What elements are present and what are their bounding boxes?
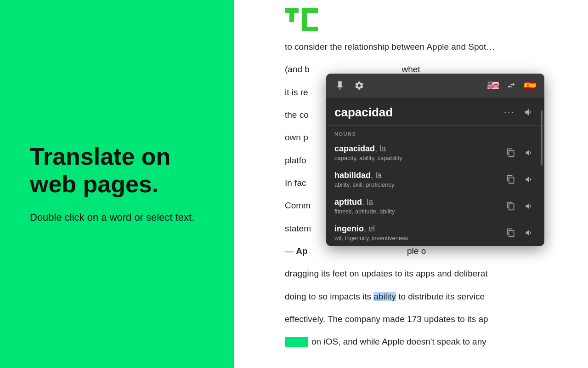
noun-text-2: aptitud, la fitness, aptitude, ability [334, 197, 504, 215]
left-panel: Translate on web pages. Double click on … [0, 0, 234, 368]
noun-main-2: aptitud, la [334, 197, 504, 207]
noun-synonyms-2: fitness, aptitude, ability [334, 208, 504, 215]
noun-synonyms-1: ability, skill, proficiency [334, 181, 504, 188]
noun-actions-0 [504, 146, 536, 160]
noun-text-0: capacidad, la capacity, ability, capabil… [334, 144, 504, 161]
noun-synonyms-3: wit, ingenuity, inventiveness [334, 235, 504, 242]
pin-button[interactable] [333, 78, 347, 93]
noun-main-0: capacidad, la [334, 144, 504, 154]
svg-rect-1 [289, 8, 294, 22]
highlighted-word: ability [373, 292, 396, 301]
subtext: Double click on a word or select text. [30, 211, 204, 225]
speak-button-2[interactable] [522, 199, 536, 213]
word-speaker-button[interactable] [521, 105, 536, 120]
noun-items-list: capacidad, la capacity, ability, capabil… [326, 139, 544, 246]
popup-scrollbar[interactable] [541, 101, 543, 246]
nouns-section-label: NOUNS [326, 126, 544, 139]
article-line-1: to consider the relationship between App… [285, 40, 588, 54]
popup-toolbar: 🇺🇸 🇪🇸 [326, 74, 544, 98]
copy-button-3[interactable] [504, 226, 518, 240]
swap-button[interactable] [506, 80, 517, 91]
right-panel: to consider the relationship between App… [234, 0, 588, 368]
noun-text-1: habilidad, la ability, skill, proficienc… [334, 171, 504, 188]
noun-actions-2 [504, 199, 536, 213]
noun-item-0[interactable]: capacidad, la capacity, ability, capabil… [326, 139, 544, 166]
source-flag[interactable]: 🇺🇸 [485, 80, 501, 92]
copy-button-2[interactable] [504, 199, 518, 213]
article-line-14: on iOS, and while Apple doesn't speak to… [285, 334, 588, 349]
popup-word-header: capacidad ··· [326, 98, 544, 126]
tc-logo-area [234, 0, 588, 40]
article-line-11: dragging its feet on updates to its apps… [285, 266, 588, 281]
copy-button-0[interactable] [504, 146, 518, 160]
noun-item-2[interactable]: aptitud, la fitness, aptitude, ability [326, 193, 544, 219]
noun-actions-3 [504, 226, 536, 240]
speak-button-1[interactable] [522, 172, 536, 186]
noun-item-1[interactable]: habilidad, la ability, skill, proficienc… [326, 166, 544, 193]
article-line-12: doing to so impacts its ability to distr… [285, 289, 588, 304]
speak-button-0[interactable] [522, 146, 536, 160]
techcrunch-logo[interactable] [285, 8, 318, 31]
noun-text-3: ingenio, el wit, ingenuity, inventivenes… [334, 224, 504, 242]
translated-word: capacidad [334, 105, 504, 120]
noun-actions-1 [504, 172, 536, 186]
svg-rect-3 [307, 13, 318, 27]
target-flag[interactable]: 🇪🇸 [521, 80, 538, 92]
popup-scrollbar-thumb [541, 110, 543, 166]
noun-main-3: ingenio, el [334, 224, 504, 234]
copy-button-1[interactable] [504, 172, 518, 186]
green-bar [285, 337, 308, 347]
article-line-13: effectively. The company made 173 update… [285, 312, 588, 326]
noun-main-1: habilidad, la [334, 171, 504, 180]
translation-popup: 🇺🇸 🇪🇸 capacidad ··· NOUNS [326, 74, 544, 246]
speak-button-3[interactable] [522, 226, 536, 240]
noun-synonyms-0: capacity, ability, capability [334, 155, 504, 161]
more-options-button[interactable]: ··· [504, 106, 515, 118]
headline: Translate on web pages. [30, 143, 204, 198]
settings-button[interactable] [352, 78, 367, 93]
noun-item-3[interactable]: ingenio, el wit, ingenuity, inventivenes… [326, 219, 544, 246]
